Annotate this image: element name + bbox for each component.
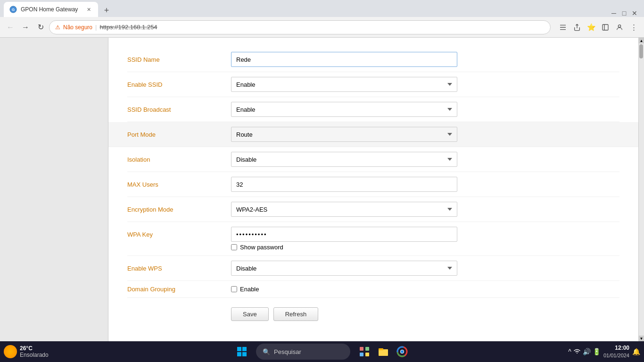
scroll-track: [639, 43, 644, 336]
encryption-mode-select[interactable]: WPA2-AES WPA-TKIP None: [231, 202, 457, 217]
url-separator: |: [95, 24, 97, 31]
domain-grouping-row: Domain Grouping Enable: [127, 281, 619, 298]
file-explorer-button[interactable]: [375, 343, 392, 360]
domain-grouping-checkbox[interactable]: [231, 286, 237, 292]
url-text: https://192.168.1.254: [99, 24, 157, 31]
port-mode-select[interactable]: Route Bridge: [231, 127, 457, 142]
wpa-key-control: [231, 227, 457, 242]
weather-info: 26°C Ensolarado: [20, 345, 49, 358]
show-password-checkbox[interactable]: [231, 244, 237, 250]
weather-temp: 26°C: [20, 345, 49, 352]
tab-close-button[interactable]: ✕: [85, 6, 92, 13]
wpa-key-row: WPA Key Show password: [127, 222, 619, 256]
domain-grouping-checkbox-label[interactable]: Enable: [240, 286, 259, 293]
ssid-name-control: [231, 52, 457, 67]
svg-point-4: [618, 25, 620, 27]
enable-wps-control: Disable Enable: [231, 261, 457, 276]
forward-button[interactable]: →: [19, 21, 32, 34]
menu-button[interactable]: ⋮: [627, 21, 640, 34]
tab-bar: G GPON Home Gateway ✕ + ─ □ ✕: [0, 0, 644, 17]
weather-icon: [4, 345, 17, 358]
battery-icon[interactable]: 🔋: [593, 348, 601, 355]
ssid-name-input[interactable]: [231, 52, 457, 67]
ssid-name-label: SSID Name: [127, 56, 231, 63]
puzzle-app-button[interactable]: [356, 343, 373, 360]
weather-description: Ensolarado: [20, 352, 49, 358]
translate-button[interactable]: [556, 21, 570, 34]
page-area: SSID Name Enable SSID Enable Disable: [0, 38, 644, 341]
scroll-down-button[interactable]: ▼: [639, 336, 644, 341]
tab-close-icon[interactable]: ✕: [631, 9, 638, 17]
isolation-row: Isolation Disable Enable: [127, 147, 619, 172]
max-users-input[interactable]: [231, 177, 457, 192]
show-password-label[interactable]: Show password: [240, 244, 283, 251]
windows-start-button[interactable]: [233, 343, 250, 360]
refresh-button[interactable]: Refresh: [273, 307, 319, 321]
enable-wps-row: Enable WPS Disable Enable: [127, 256, 619, 281]
form-container: SSID Name Enable SSID Enable Disable: [108, 38, 638, 340]
save-button[interactable]: Save: [231, 307, 269, 321]
taskbar-left: 26°C Ensolarado: [4, 345, 49, 358]
encryption-mode-row: Encryption Mode WPA2-AES WPA-TKIP None: [127, 197, 619, 222]
new-tab-button[interactable]: +: [100, 4, 113, 17]
volume-icon[interactable]: 🔊: [583, 348, 591, 355]
max-users-control: [231, 177, 457, 192]
max-users-label: MAX Users: [127, 181, 231, 188]
chevron-up-icon[interactable]: ^: [568, 348, 571, 355]
wpa-key-input[interactable]: [231, 227, 457, 242]
ssid-broadcast-label: SSID Broadcast: [127, 106, 231, 113]
svg-point-19: [401, 350, 404, 353]
domain-grouping-control: Enable: [231, 286, 457, 293]
share-button[interactable]: [570, 21, 584, 34]
sidebar-toggle-button[interactable]: [599, 21, 612, 34]
weather-widget: 26°C Ensolarado: [4, 345, 49, 358]
enable-wps-select[interactable]: Disable Enable: [231, 261, 457, 276]
isolation-select[interactable]: Disable Enable: [231, 152, 457, 167]
sidebar: [0, 38, 108, 341]
isolation-control: Disable Enable: [231, 152, 457, 167]
bookmark-button[interactable]: ⭐: [585, 21, 598, 34]
scrollbar[interactable]: ▲ ▼: [638, 38, 644, 341]
enable-ssid-control: Enable Disable: [231, 77, 457, 92]
tab-maximize-icon[interactable]: □: [620, 9, 628, 17]
ssid-broadcast-control: Enable Disable: [231, 102, 457, 117]
address-bar[interactable]: ⚠ Não seguro | https://192.168.1.254: [49, 20, 551, 34]
toolbar: ← → ↻ ⚠ Não seguro | https://192.168.1.2…: [0, 17, 644, 38]
search-icon: 🔍: [263, 348, 270, 355]
time-widget: 12:00 01/01/2024: [603, 344, 629, 359]
svg-rect-13: [379, 349, 388, 356]
taskbar-right: ^ 🔊 🔋 12:00 01/01/2024 🔔: [568, 344, 640, 359]
tab-favicon: G: [9, 6, 17, 13]
svg-rect-10: [365, 347, 369, 351]
security-label: Não seguro: [63, 24, 92, 31]
svg-rect-11: [360, 353, 363, 356]
reload-button[interactable]: ↻: [34, 21, 47, 34]
svg-rect-5: [237, 347, 241, 351]
port-mode-control: Route Bridge: [231, 127, 457, 142]
active-tab[interactable]: G GPON Home Gateway ✕: [4, 2, 98, 17]
wifi-icon[interactable]: [573, 348, 581, 355]
scroll-up-button[interactable]: ▲: [639, 38, 644, 43]
show-password-row: Show password: [231, 244, 283, 251]
wpa-key-label: WPA Key: [127, 231, 231, 238]
svg-rect-14: [379, 348, 383, 350]
profile-button[interactable]: [613, 21, 626, 34]
max-users-row: MAX Users: [127, 172, 619, 197]
ssid-broadcast-select[interactable]: Enable Disable: [231, 102, 457, 117]
ssid-broadcast-row: SSID Broadcast Enable Disable: [127, 97, 619, 122]
taskbar-apps: [356, 343, 411, 360]
enable-ssid-row: Enable SSID Enable Disable: [127, 72, 619, 97]
notification-icon[interactable]: 🔔: [632, 348, 640, 355]
svg-rect-9: [360, 347, 363, 351]
chrome-app-button[interactable]: [394, 343, 411, 360]
enable-ssid-label: Enable SSID: [127, 81, 231, 88]
scroll-thumb[interactable]: [639, 44, 643, 58]
port-mode-label: Port Mode: [127, 131, 231, 138]
tab-title: GPON Home Gateway: [21, 6, 81, 13]
tab-minimize-icon[interactable]: ─: [610, 9, 618, 17]
current-time: 12:00: [603, 344, 629, 352]
back-button[interactable]: ←: [4, 21, 17, 34]
enable-ssid-select[interactable]: Enable Disable: [231, 77, 457, 92]
svg-rect-12: [365, 353, 369, 356]
taskbar-search[interactable]: 🔍 Pesquisar: [256, 344, 350, 360]
